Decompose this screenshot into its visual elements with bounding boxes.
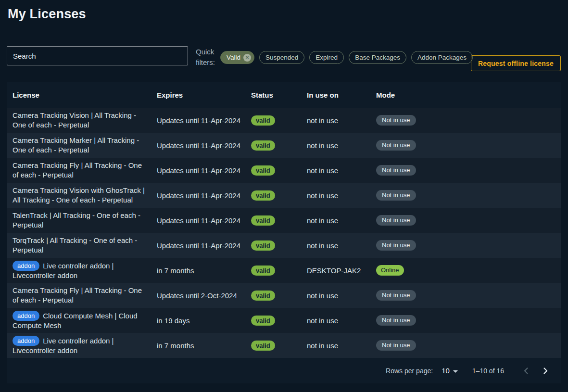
- rows-per-page-select[interactable]: 10: [442, 367, 458, 375]
- status-cell: valid: [245, 140, 301, 151]
- filter-chip-suspended[interactable]: Suspended: [259, 51, 304, 64]
- quick-filter-chips: Valid✕SuspendedExpiredBase PackagesAddon…: [220, 51, 473, 64]
- in-use-on-cell: DESKTOP-JAK2: [301, 266, 370, 275]
- status-cell: valid: [245, 316, 301, 326]
- mode-badge: Not in use: [376, 315, 416, 326]
- filter-chip-label: Suspended: [265, 54, 298, 61]
- filter-chip-label: Expired: [316, 54, 338, 61]
- mode-badge: Not in use: [376, 290, 416, 301]
- chevron-left-icon: [520, 365, 532, 377]
- expires-cell: Updates until 11-Apr-2024: [151, 191, 245, 200]
- mode-cell: Not in use: [370, 140, 561, 151]
- filter-chip-base-packages[interactable]: Base Packages: [349, 51, 406, 64]
- addon-badge: addon: [13, 336, 39, 346]
- status-badge: valid: [251, 291, 275, 301]
- mode-badge: Not in use: [376, 140, 416, 151]
- license-name: TorqTrack | All Tracking - One of each -…: [13, 236, 137, 254]
- table-row[interactable]: Camera Tracking Marker | All Tracking - …: [7, 133, 561, 158]
- mode-badge: Not in use: [376, 340, 416, 351]
- mode-cell: Not in use: [370, 240, 561, 251]
- license-cell: TalenTrack | All Tracking - One of each …: [7, 211, 151, 230]
- filter-chip-label: Base Packages: [355, 54, 400, 61]
- search-input[interactable]: [7, 46, 188, 65]
- expires-cell: in 7 months: [151, 341, 245, 350]
- status-cell: valid: [245, 115, 301, 126]
- license-name: Camera Tracking Fly | All Tracking - One…: [13, 161, 142, 179]
- status-cell: valid: [245, 190, 301, 201]
- in-use-on-cell: not in use: [301, 316, 370, 325]
- request-offline-license-button[interactable]: Request offline license: [471, 55, 561, 71]
- previous-page-button[interactable]: [519, 364, 533, 378]
- expires-cell: Updates until 11-Apr-2024: [151, 141, 245, 150]
- in-use-on-cell: not in use: [301, 341, 370, 350]
- license-cell: Camera Tracking Fly | All Tracking - One…: [7, 286, 151, 305]
- table-row[interactable]: TorqTrack | All Tracking - One of each -…: [7, 233, 561, 258]
- status-badge: valid: [251, 266, 275, 276]
- chip-close-icon[interactable]: ✕: [243, 54, 251, 62]
- status-badge: valid: [251, 140, 275, 151]
- filter-chip-expired[interactable]: Expired: [309, 51, 344, 64]
- mode-cell: Not in use: [370, 165, 561, 176]
- status-badge: valid: [251, 316, 275, 326]
- expires-cell: in 19 days: [151, 316, 245, 325]
- license-cell: addonLive controller addon | Livecontrol…: [7, 336, 151, 355]
- status-badge: valid: [251, 165, 275, 176]
- table-row[interactable]: Camera Tracking Vision with GhosTrack | …: [7, 183, 561, 208]
- caret-down-icon: [453, 370, 458, 373]
- pagination-range: 1–10 of 16: [472, 367, 504, 375]
- addon-badge: addon: [13, 311, 39, 321]
- status-cell: valid: [245, 240, 301, 251]
- status-cell: valid: [245, 215, 301, 226]
- in-use-on-cell: not in use: [301, 166, 370, 175]
- license-cell: addonLive controller addon | Livecontrol…: [7, 261, 151, 280]
- license-table-body: Camera Tracking Vision | All Tracking - …: [7, 108, 561, 358]
- next-page-button[interactable]: [539, 364, 552, 378]
- license-name: Camera Tracking Marker | All Tracking - …: [13, 136, 139, 154]
- filter-chip-label: Valid: [227, 54, 240, 61]
- table-row[interactable]: addonLive controller addon | Livecontrol…: [7, 258, 561, 283]
- status-badge: valid: [251, 240, 275, 251]
- addon-badge: addon: [13, 261, 39, 271]
- table-row[interactable]: addonLive controller addon | Livecontrol…: [7, 333, 561, 358]
- column-header-mode: Mode: [370, 91, 561, 99]
- rows-per-page-label: Rows per page:: [386, 367, 433, 375]
- expires-cell: Updates until 2-Oct-2024: [151, 291, 245, 300]
- mode-badge: Not in use: [376, 190, 416, 201]
- table-row[interactable]: Camera Tracking Vision | All Tracking - …: [7, 108, 561, 133]
- status-badge: valid: [251, 115, 275, 126]
- page-title: My Licenses: [8, 7, 86, 22]
- license-name: TalenTrack | All Tracking - One of each …: [13, 211, 140, 229]
- table-row[interactable]: TalenTrack | All Tracking - One of each …: [7, 208, 561, 233]
- mode-badge: Online: [376, 265, 404, 276]
- mode-cell: Not in use: [370, 340, 561, 351]
- filter-chip-label: Addon Packages: [417, 54, 467, 61]
- license-cell: TorqTrack | All Tracking - One of each -…: [7, 236, 151, 255]
- status-cell: valid: [245, 341, 301, 351]
- mode-badge: Not in use: [376, 115, 416, 126]
- in-use-on-cell: not in use: [301, 241, 370, 250]
- table-row[interactable]: addonCloud Compute Mesh | Cloud Compute …: [7, 308, 561, 333]
- column-header-in-use-on: In use on: [301, 91, 370, 99]
- mode-cell: Not in use: [370, 190, 561, 201]
- table-footer: Rows per page: 10 1–10 of 16: [7, 358, 561, 383]
- expires-cell: Updates until 11-Apr-2024: [151, 241, 245, 250]
- filter-chip-valid[interactable]: Valid✕: [220, 51, 254, 64]
- mode-badge: Not in use: [376, 165, 416, 176]
- expires-cell: Updates until 11-Apr-2024: [151, 216, 245, 225]
- in-use-on-cell: not in use: [301, 291, 370, 300]
- expires-cell: in 7 months: [151, 266, 245, 275]
- mode-cell: Not in use: [370, 315, 561, 326]
- filter-chip-addon-packages[interactable]: Addon Packages: [411, 51, 473, 64]
- license-table: License Expires Status In use on Mode Ca…: [7, 82, 561, 383]
- license-name: Camera Tracking Vision | All Tracking - …: [13, 111, 136, 129]
- license-cell: Camera Tracking Vision with GhosTrack | …: [7, 186, 151, 205]
- in-use-on-cell: not in use: [301, 116, 370, 125]
- table-row[interactable]: Camera Tracking Fly | All Tracking - One…: [7, 283, 561, 308]
- status-badge: valid: [251, 215, 275, 226]
- column-header-license: License: [7, 91, 151, 99]
- status-cell: valid: [245, 266, 301, 276]
- table-row[interactable]: Camera Tracking Fly | All Tracking - One…: [7, 158, 561, 183]
- license-cell: Camera Tracking Marker | All Tracking - …: [7, 136, 151, 155]
- mode-cell: Not in use: [370, 115, 561, 126]
- mode-cell: Not in use: [370, 290, 561, 301]
